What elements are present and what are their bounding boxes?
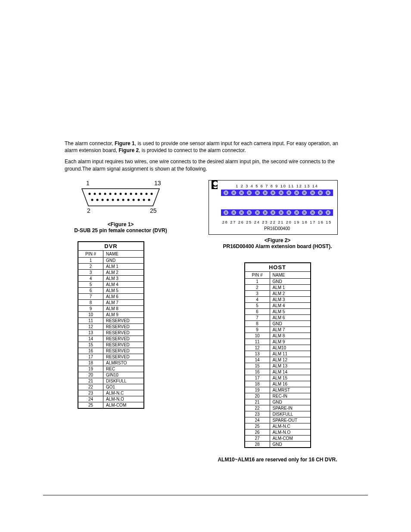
table-row: 11RESERVED (78, 317, 144, 324)
pin-cell: 10 (78, 311, 103, 317)
name-cell: GND (270, 441, 311, 448)
name-cell: ALM-N.O (270, 429, 311, 435)
table-row: 4ALM 3 (78, 275, 144, 281)
table-row: 17ALM 15 (245, 375, 311, 381)
name-cell: DISKFULL (103, 378, 144, 384)
table-row: 15ALM 13 (245, 363, 311, 369)
table-row: 16RESERVED (78, 348, 144, 354)
pin-cell: 25 (245, 423, 270, 429)
table-row: 24SPARE-OUT (245, 417, 311, 423)
figure-2-caption: <Figure 2> PR16D00400 Alarm extension bo… (209, 237, 346, 249)
pin-cell: 18 (245, 381, 270, 387)
svg-point-1 (89, 193, 91, 195)
table-row: 10ALM 9 (78, 311, 144, 317)
pin-cell: 19 (78, 366, 103, 372)
table-row: 5ALM 4 (78, 281, 144, 287)
host-pin-table: HOST PIN # NAME 1GND2ALM 13ALM 24ALM 35A… (244, 262, 311, 448)
name-cell: ALM 11 (270, 351, 311, 357)
pin-cell: 17 (245, 375, 270, 381)
name-cell: RESERVED (103, 330, 144, 336)
pin-cell: 10 (245, 333, 270, 339)
dvr-col-pin: PIN # (78, 250, 103, 257)
mounting-hole-icon (212, 180, 218, 187)
document-page: The alarm connector, Figure 1, is used t… (0, 0, 411, 532)
figure-2-label: <Figure 2> (265, 237, 291, 243)
name-cell: ALM 2 (103, 269, 144, 275)
svg-point-20 (122, 199, 125, 201)
pin-cell: 17 (78, 354, 103, 360)
svg-point-19 (117, 199, 119, 201)
pin-label-25: 25 (150, 207, 157, 214)
table-row: 1GND (245, 278, 311, 284)
name-cell: GO1 (103, 384, 144, 390)
pin-cell: 1 (245, 278, 270, 284)
svg-point-14 (91, 199, 93, 201)
pin-cell: 28 (245, 441, 270, 448)
svg-point-2 (94, 193, 96, 195)
svg-point-23 (138, 199, 140, 201)
name-cell: ALM 1 (270, 284, 311, 290)
table-row: 12ALM10 (245, 345, 311, 351)
terminal-block-bottom (221, 209, 333, 216)
pin-cell: 1 (78, 257, 103, 263)
pin-cell: 6 (245, 308, 270, 314)
name-cell: ALM 9 (103, 311, 144, 317)
svg-point-21 (128, 199, 130, 201)
table-row: 20REC-IN (245, 393, 311, 399)
table-row: 3ALM 2 (78, 269, 144, 275)
pin-cell: 11 (245, 339, 270, 345)
name-cell: ALM10 (270, 345, 311, 351)
name-cell: GND (270, 278, 311, 284)
table-row: 24ALM-N.O (78, 396, 144, 402)
table-row: 19REC (78, 366, 144, 372)
pin-cell: 2 (78, 263, 103, 269)
pin-cell: 8 (78, 299, 103, 305)
table-row: 10ALM 8 (245, 333, 311, 339)
name-cell: ALM-N.O (103, 396, 144, 402)
name-cell: ALM 15 (270, 375, 311, 381)
svg-point-9 (130, 193, 132, 195)
name-cell: ALM 8 (103, 305, 144, 311)
text: , is provided to connect to the alarm co… (139, 147, 246, 153)
table-row: 7ALM 6 (245, 314, 311, 320)
text: The alarm connector, (65, 140, 115, 146)
svg-point-16 (102, 199, 104, 201)
svg-point-7 (120, 193, 122, 195)
pin-cell: 6 (78, 287, 103, 293)
table-row: 19ALMRST (245, 387, 311, 393)
name-cell: ALM 6 (103, 293, 144, 299)
pin-cell: 9 (78, 305, 103, 311)
table-row: 11ALM 9 (245, 339, 311, 345)
name-cell: ALMRST (270, 387, 311, 393)
name-cell: ALM-COM (270, 435, 311, 441)
name-cell: RESERVED (103, 336, 144, 342)
pin-cell: 20 (78, 372, 103, 378)
name-cell: GND (270, 399, 311, 405)
svg-point-15 (97, 199, 99, 201)
pin-cell: 4 (245, 296, 270, 302)
table-row: 14RESERVED (78, 336, 144, 342)
table-row: 25ALM-COM (78, 402, 144, 408)
intro-paragraph-1: The alarm connector, Figure 1, is used t… (65, 140, 346, 154)
pin-label-1: 1 (86, 180, 90, 187)
table-row: 2ALM 1 (78, 263, 144, 269)
dvr-col-name: NAME (103, 250, 144, 257)
figure-2-text: PR16D00400 Alarm extension board (HOST). (223, 243, 332, 249)
figure-1-text: D-SUB 25 pin female connector (DVR) (74, 227, 167, 233)
host-col-pin: PIN # (245, 271, 270, 278)
name-cell: SPARE-OUT (270, 417, 311, 423)
name-cell: ALM 3 (270, 296, 311, 302)
pin-cell: 22 (78, 384, 103, 390)
pin-cell: 13 (78, 330, 103, 336)
svg-point-8 (125, 193, 127, 195)
pin-cell: 23 (78, 390, 103, 396)
pin-cell: 15 (78, 342, 103, 348)
pin-label-13: 13 (154, 180, 161, 187)
table-row: 14ALM 12 (245, 357, 311, 363)
ref-figure1: Figure 1 (115, 140, 135, 146)
name-cell: REC-IN (270, 393, 311, 399)
pin-cell: 13 (245, 351, 270, 357)
pin-cell: 8 (245, 320, 270, 327)
name-cell: SPARE-IN (270, 405, 311, 411)
name-cell: ALM-N.C (270, 423, 311, 429)
